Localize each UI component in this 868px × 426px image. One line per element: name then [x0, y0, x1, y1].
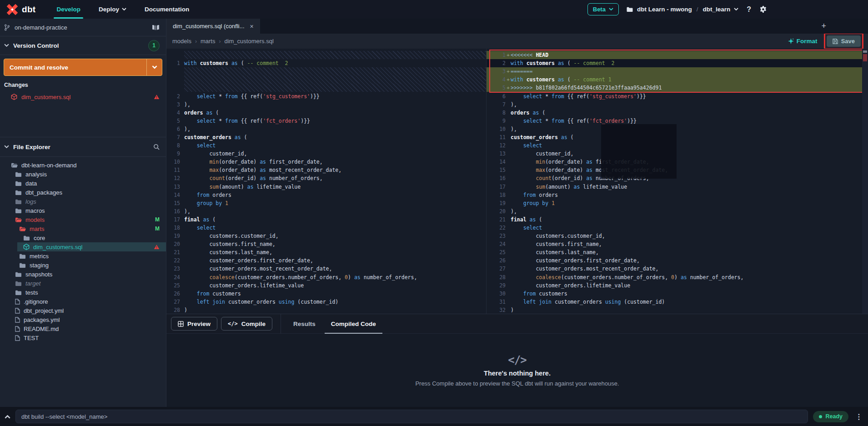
tree-item-dbt-packages[interactable]: dbt_packages: [0, 188, 166, 197]
version-control-header[interactable]: Version Control 1: [0, 36, 166, 55]
code-line: 10),: [487, 125, 868, 133]
chevron-down-icon: [4, 44, 9, 47]
git-branch-icon: [4, 24, 10, 31]
code-text: select * from {{ ref('fct_orders')}}: [511, 118, 637, 124]
code-line: 22 select: [487, 224, 868, 232]
code-text: select * from {{ ref('stg_customers')}}: [511, 93, 646, 100]
dbt-wordmark: dbt: [22, 5, 35, 15]
tree-item-core[interactable]: core: [0, 233, 166, 242]
tree-item-metrics[interactable]: metrics: [0, 251, 166, 261]
tree-item-snapshots[interactable]: snapshots: [0, 270, 166, 279]
tree-item-dbt-project-yml[interactable]: dbt_project.yml: [0, 306, 166, 315]
chevron-up-icon[interactable]: [5, 415, 10, 419]
close-tab-icon[interactable]: ×: [250, 23, 254, 30]
tree-item-tests[interactable]: tests: [0, 288, 166, 297]
tree-item-models[interactable]: modelsM: [0, 215, 166, 224]
folder-open-icon: [15, 217, 22, 223]
beta-dropdown[interactable]: Beta: [587, 3, 619, 15]
tree-item-logs[interactable]: logs: [0, 197, 166, 206]
tree-item-staging[interactable]: staging: [0, 261, 166, 270]
code-text: customers.first_name,: [184, 241, 276, 247]
tree-item-analysis[interactable]: analysis: [0, 170, 166, 179]
nav-documentation[interactable]: Documentation: [135, 0, 198, 19]
tree-item-marts[interactable]: martsM: [0, 224, 166, 233]
code-line: 25 customers.last_name,: [487, 248, 868, 256]
editor-breadcrumb-row: models › marts › dim_customers.sql Forma…: [166, 34, 868, 49]
code-text: select: [184, 225, 216, 231]
code-text: select: [511, 225, 542, 231]
code-text: =======: [511, 68, 532, 75]
search-icon[interactable]: [153, 144, 160, 150]
folder-icon: [15, 180, 22, 186]
code-text: customers.last_name,: [511, 249, 599, 256]
commit-and-resolve-button[interactable]: Commit and resolve: [4, 59, 162, 76]
tree-item-label: dbt_project.yml: [24, 307, 64, 314]
preview-button[interactable]: Preview: [171, 317, 217, 331]
code-line: 15 max(order_date) as most_recent_order_…: [487, 166, 868, 174]
tab-compiled-code[interactable]: Compiled Code: [323, 314, 384, 334]
code-text: final as (: [184, 216, 216, 223]
code-line: 12 count(order_id) as number_of_orders,: [166, 174, 486, 182]
nav-develop[interactable]: Develop: [47, 0, 90, 19]
tree-item-data[interactable]: data: [0, 179, 166, 188]
empty-state-title: There's nothing here.: [484, 370, 551, 377]
kebab-menu-icon[interactable]: ⋮: [853, 412, 864, 421]
tree-item-label: logs: [25, 198, 36, 205]
compile-button[interactable]: </> Compile: [221, 317, 272, 331]
folder-open-icon: [19, 226, 26, 232]
tree-item--gitignore[interactable]: .gitignore: [0, 297, 166, 306]
account-breadcrumb[interactable]: dbt Learn - mwong / dbt_learn: [626, 6, 738, 13]
file-explorer-header[interactable]: File Explorer: [0, 137, 166, 157]
tree-item-packages-yml[interactable]: packages.yml: [0, 315, 166, 324]
chevron-down-icon: [4, 145, 9, 149]
diff-pane-incoming[interactable]: 1+<<<<<<< HEAD2with customers as ( -- co…: [487, 49, 868, 314]
bottom-panel-toolbar: Preview </> Compile Results Compiled Cod…: [166, 314, 868, 334]
folder-icon: [15, 271, 22, 277]
tab-dim-customers[interactable]: dim_customers.sql (confli... ×: [166, 19, 260, 34]
gear-icon[interactable]: [759, 5, 767, 13]
tree-item-dim-customers-sql[interactable]: dim_customers.sql: [0, 242, 166, 251]
tree-item-label: core: [34, 235, 45, 241]
code-text: customer_orders.lifetime_value: [511, 282, 630, 289]
dbt-logo[interactable]: dbt: [0, 3, 47, 16]
code-text: max(order_date) as most_recent_order_dat…: [184, 167, 341, 173]
help-icon[interactable]: ?: [746, 5, 752, 14]
code-text: customer_orders as (: [511, 134, 574, 140]
tree-item-target[interactable]: target: [0, 279, 166, 288]
docs-book-icon[interactable]: [152, 25, 160, 30]
diff-editor[interactable]: 1with customers as ( -- comment 22 selec…: [166, 49, 868, 314]
branch-selector[interactable]: on-demand-practice: [0, 19, 166, 36]
code-text: <<<<<<< HEAD: [511, 52, 548, 58]
code-text: ),: [511, 126, 517, 132]
code-line: 10 min(order_date) as first_order_date,: [166, 158, 486, 166]
tab-results[interactable]: Results: [286, 314, 323, 334]
diff-pane-current[interactable]: 1with customers as ( -- comment 22 selec…: [166, 49, 487, 314]
tree-item-readme-md[interactable]: README.md: [0, 324, 166, 333]
new-tab-icon[interactable]: +: [821, 22, 826, 30]
code-line: 7customer_orders as (: [166, 133, 486, 141]
folder-icon: [19, 262, 26, 268]
code-text: customer_orders.most_recent_order_date,: [511, 266, 658, 272]
tree-item-test[interactable]: TEST: [0, 333, 166, 342]
changed-file-row[interactable]: dim_customers.sql: [0, 91, 166, 102]
code-line: 7),: [487, 100, 868, 109]
nav-deploy[interactable]: Deploy: [90, 0, 135, 19]
code-line: 13 customer_id,: [487, 150, 868, 158]
tree-item-macros[interactable]: macros: [0, 206, 166, 215]
commit-options-caret[interactable]: [146, 59, 162, 75]
scrollbar-conflict-mark: [863, 54, 867, 61]
editor-scrollbar[interactable]: [862, 49, 868, 314]
code-text: from customers: [184, 291, 241, 297]
changed-file-name: dim_customers.sql: [21, 94, 70, 100]
tree-item-dbt-learn-on-demand[interactable]: dbt-learn-on-demand: [0, 160, 166, 170]
code-text: select * from {{ ref('stg_customers')}}: [184, 93, 320, 100]
code-line: 21 customers.last_name,: [166, 248, 486, 256]
code-text: ),: [184, 126, 191, 132]
tree-item-label: tests: [25, 289, 38, 296]
grid-preview-icon: [178, 321, 184, 327]
save-button[interactable]: Save: [827, 35, 861, 47]
code-line: 2with customers as ( -- comment 2: [487, 59, 868, 67]
overlay-shadow-box: [601, 124, 677, 179]
command-input[interactable]: [15, 410, 808, 423]
format-button[interactable]: Format: [788, 38, 818, 45]
